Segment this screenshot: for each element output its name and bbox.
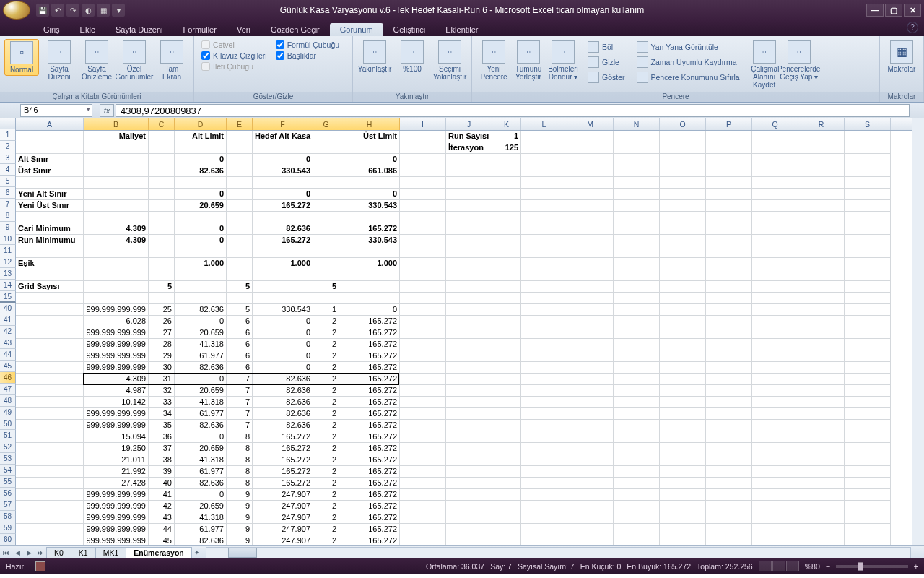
cell[interactable] <box>492 258 521 269</box>
cell[interactable]: 41 <box>149 489 175 501</box>
cell[interactable]: 165.272 <box>253 466 313 478</box>
cell[interactable]: 125 <box>492 142 521 154</box>
cell[interactable] <box>446 212 492 223</box>
cell[interactable] <box>16 142 84 154</box>
cell[interactable]: 165.272 <box>253 443 313 454</box>
cell[interactable] <box>446 350 492 362</box>
ribbon-small-button[interactable]: Gizle <box>586 56 627 69</box>
ribbon-small-button[interactable]: Böl <box>586 40 627 53</box>
cell[interactable] <box>313 154 339 165</box>
cell[interactable] <box>313 131 339 142</box>
cell[interactable]: 0 <box>253 316 313 327</box>
ribbon-button[interactable]: ▫Sayfa Düzeni <box>42 39 77 82</box>
row-header[interactable]: 59 <box>0 522 16 534</box>
cell[interactable] <box>521 512 567 524</box>
cell[interactable] <box>614 212 660 223</box>
cell[interactable]: Hedef Alt Kasa <box>253 131 313 142</box>
cell[interactable] <box>614 489 660 501</box>
cell[interactable] <box>798 420 845 431</box>
cell[interactable]: 27 <box>149 327 175 339</box>
row-header[interactable]: 14 <box>0 280 16 291</box>
cell[interactable] <box>16 350 84 362</box>
cell[interactable] <box>845 246 891 258</box>
cell[interactable]: 82.636 <box>175 478 227 489</box>
cell[interactable] <box>706 385 752 397</box>
cell[interactable] <box>446 408 492 420</box>
cell[interactable] <box>614 408 660 420</box>
cell[interactable] <box>706 478 752 489</box>
cell[interactable] <box>845 235 891 246</box>
cell[interactable] <box>16 397 84 408</box>
cell[interactable]: 61.977 <box>175 524 227 535</box>
sheet-tab[interactable]: Enümerasyon <box>126 547 191 558</box>
cell[interactable] <box>614 316 660 327</box>
cell[interactable] <box>400 165 446 177</box>
cell[interactable] <box>253 177 313 189</box>
cell[interactable] <box>16 246 84 258</box>
row-header[interactable]: 52 <box>0 441 16 453</box>
cell[interactable] <box>400 327 446 339</box>
cell[interactable] <box>798 142 845 154</box>
cell[interactable]: 5 <box>227 281 253 293</box>
cell[interactable] <box>567 223 614 235</box>
cell[interactable] <box>313 269 339 281</box>
cell[interactable] <box>400 258 446 269</box>
cell[interactable]: Cari Minimum <box>16 223 84 235</box>
row-header[interactable]: 46 <box>0 372 16 384</box>
cell[interactable] <box>227 131 253 142</box>
cell[interactable] <box>660 501 706 512</box>
cell[interactable] <box>446 535 492 545</box>
cell[interactable] <box>706 431 752 443</box>
cell[interactable]: 31 <box>149 374 175 385</box>
save-icon[interactable]: 💾 <box>36 4 49 17</box>
cell[interactable] <box>175 142 227 154</box>
cell[interactable] <box>706 524 752 535</box>
cell[interactable]: 8 <box>227 466 253 478</box>
cell[interactable] <box>446 362 492 374</box>
cell[interactable] <box>492 374 521 385</box>
cell[interactable] <box>492 281 521 293</box>
cell[interactable] <box>339 142 400 154</box>
cell[interactable] <box>16 466 84 478</box>
cell[interactable] <box>521 385 567 397</box>
cell[interactable] <box>492 293 521 304</box>
row-header[interactable]: 41 <box>0 314 16 326</box>
ribbon-button[interactable]: ▫Tam Ekran <box>154 39 189 82</box>
cell[interactable] <box>798 246 845 258</box>
cell[interactable] <box>614 189 660 200</box>
cell[interactable] <box>567 189 614 200</box>
cell[interactable] <box>521 165 567 177</box>
cell[interactable] <box>400 374 446 385</box>
cell[interactable] <box>798 304 845 316</box>
cell[interactable] <box>16 489 84 501</box>
cell[interactable] <box>752 258 798 269</box>
row-header[interactable]: 50 <box>0 418 16 430</box>
cell[interactable] <box>798 524 845 535</box>
cell[interactable] <box>752 524 798 535</box>
cell[interactable] <box>660 281 706 293</box>
cell[interactable] <box>752 535 798 545</box>
cell[interactable] <box>313 189 339 200</box>
cell[interactable] <box>567 512 614 524</box>
cell[interactable] <box>313 212 339 223</box>
cell[interactable] <box>521 189 567 200</box>
cell[interactable] <box>149 246 175 258</box>
cell[interactable] <box>446 165 492 177</box>
cell[interactable] <box>227 177 253 189</box>
cell[interactable] <box>752 339 798 350</box>
cell[interactable]: Alt Limit <box>175 131 227 142</box>
cell[interactable]: 0 <box>175 189 227 200</box>
headings-checkbox[interactable]: Başlıklar <box>276 51 339 60</box>
cell[interactable] <box>446 177 492 189</box>
cell[interactable] <box>614 258 660 269</box>
cell[interactable] <box>400 408 446 420</box>
cell[interactable] <box>706 154 752 165</box>
cell[interactable] <box>660 131 706 142</box>
cell[interactable] <box>752 235 798 246</box>
cell[interactable] <box>567 454 614 466</box>
cell[interactable] <box>614 177 660 189</box>
cell[interactable] <box>752 189 798 200</box>
cell[interactable] <box>400 304 446 316</box>
cell[interactable] <box>492 478 521 489</box>
cell[interactable] <box>492 304 521 316</box>
